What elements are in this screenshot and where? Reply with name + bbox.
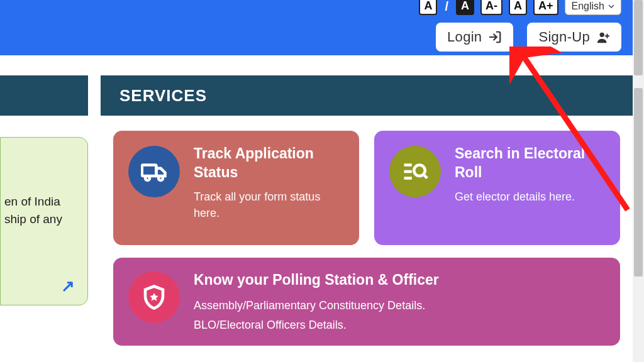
partial-text-line: ship of any bbox=[4, 211, 81, 228]
language-label: English bbox=[572, 1, 604, 12]
scrollbar-thumb[interactable] bbox=[634, 0, 643, 75]
auth-row: Login Sign-Up bbox=[436, 23, 621, 52]
partial-text-line: en of India bbox=[4, 193, 81, 211]
services-heading: SERVICES bbox=[119, 86, 207, 106]
accessibility-row: A / A A- A A+ English bbox=[419, 0, 621, 15]
spacer bbox=[0, 55, 633, 75]
contrast-light-button[interactable]: A bbox=[419, 0, 437, 15]
user-plus-icon bbox=[596, 30, 610, 44]
search-electoral-card[interactable]: Search in Electoral Roll Get elector det… bbox=[374, 131, 620, 245]
separator: / bbox=[443, 0, 450, 14]
external-link-icon[interactable]: ↗ bbox=[61, 277, 75, 296]
polling-station-card[interactable]: Know your Polling Station & Officer Asse… bbox=[113, 258, 620, 346]
search-list-icon bbox=[389, 146, 441, 197]
card-title: Track Application Status bbox=[194, 145, 344, 182]
scrollbar-thumb[interactable] bbox=[634, 88, 643, 277]
login-icon bbox=[488, 30, 502, 44]
card-desc-line: Assembly/Parliamentary Constituency Deta… bbox=[194, 296, 439, 315]
svg-rect-1 bbox=[142, 165, 157, 177]
signup-button[interactable]: Sign-Up bbox=[527, 23, 621, 52]
font-normal-button[interactable]: A bbox=[509, 0, 527, 15]
signup-label: Sign-Up bbox=[538, 29, 590, 45]
chevron-down-icon bbox=[608, 3, 614, 9]
login-label: Login bbox=[447, 29, 482, 45]
login-button[interactable]: Login bbox=[436, 23, 513, 52]
top-banner: A / A A- A A+ English Login Sign-Up bbox=[0, 0, 633, 55]
card-title: Search in Electoral Roll bbox=[455, 145, 605, 182]
card-desc: Get elector details here. bbox=[455, 189, 605, 205]
vertical-scrollbar[interactable] bbox=[633, 0, 644, 362]
track-application-card[interactable]: Track Application Status Track all your … bbox=[113, 131, 359, 245]
left-header-fragment bbox=[0, 75, 88, 116]
svg-point-0 bbox=[600, 33, 604, 37]
services-heading-bar: SERVICES bbox=[101, 75, 633, 116]
svg-line-8 bbox=[424, 175, 427, 178]
contrast-dark-button[interactable]: A bbox=[456, 0, 474, 15]
shield-star-icon bbox=[128, 272, 180, 323]
truck-icon bbox=[128, 146, 180, 197]
language-select[interactable]: English bbox=[565, 0, 621, 15]
font-decrease-button[interactable]: A- bbox=[480, 0, 502, 15]
card-desc-line: BLO/Electoral Officers Details. bbox=[194, 315, 439, 335]
font-increase-button[interactable]: A+ bbox=[533, 0, 558, 15]
svg-point-2 bbox=[145, 176, 150, 180]
svg-point-7 bbox=[414, 165, 425, 177]
svg-point-3 bbox=[158, 176, 163, 180]
services-content: Track Application Status Track all your … bbox=[101, 116, 633, 362]
card-title: Know your Polling Station & Officer bbox=[194, 272, 439, 288]
left-partial-card[interactable]: en of India ship of any ↗ bbox=[0, 137, 88, 305]
card-desc: Track all your form status here. bbox=[194, 189, 344, 221]
